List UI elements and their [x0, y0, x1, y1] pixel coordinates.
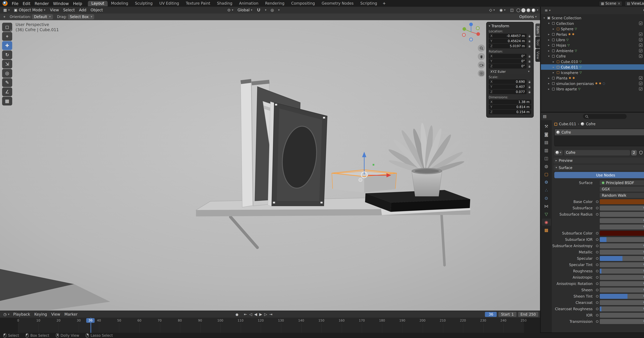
value-slider[interactable]: 0.407 [600, 256, 644, 261]
decorator-dot[interactable] [595, 301, 600, 304]
tool-add-cube[interactable]: ▦ [2, 97, 12, 105]
lock-icon[interactable] [528, 44, 531, 48]
timeline-ruler[interactable]: 36 0102030405060708090100110120130140150… [0, 318, 540, 333]
lock-icon[interactable] [528, 39, 531, 43]
expander-icon[interactable]: ▸ [547, 32, 550, 36]
npanel-value-field[interactable]: X0.690 [489, 79, 526, 84]
shading-dropdown[interactable]: ▾ [537, 9, 538, 11]
expander-icon[interactable]: ▸ [547, 87, 550, 91]
frame-start-field[interactable]: Start 1 [498, 312, 516, 317]
value-slider[interactable]: 0.000 [600, 275, 644, 280]
value-slider[interactable]: 0.000 [600, 262, 644, 267]
expander-icon[interactable]: ▸ [552, 65, 555, 69]
outliner-row[interactable]: ▾▣Scene Collection [541, 15, 644, 20]
workspace-tab-scripting[interactable]: Scripting [357, 1, 380, 6]
current-frame-field[interactable]: 36 [485, 312, 497, 317]
outliner-row[interactable]: ▸▢Sphere▽ [541, 26, 644, 31]
npanel-value-field[interactable]: Y0.814 m [489, 105, 531, 109]
decorator-dot[interactable] [595, 251, 600, 253]
check-toggle-icon[interactable] [639, 76, 642, 80]
workspace-tab-sculpting[interactable]: Sculpting [132, 1, 156, 6]
lock-icon[interactable] [528, 54, 531, 58]
decorator-dot[interactable] [595, 200, 600, 203]
decorator-dot[interactable] [595, 207, 600, 209]
decorator-dot[interactable] [595, 257, 600, 260]
value-field[interactable]: 0.100 [600, 224, 644, 229]
shading-material-button[interactable] [527, 8, 530, 12]
tool-rotate[interactable]: ↻ [2, 50, 12, 59]
properties-tab-modifiers[interactable]: ⚙ [542, 179, 551, 186]
decorator-dot[interactable] [595, 295, 600, 298]
lock-icon[interactable] [528, 90, 531, 93]
value-slider[interactable]: 0.000 [600, 319, 644, 324]
properties-tab-particles[interactable]: ∴ [542, 187, 551, 194]
scene-canvas[interactable] [0, 20, 540, 311]
outliner-row[interactable]: ▸▢Libro▽ [541, 37, 644, 42]
properties-tab-scene[interactable]: ◫ [542, 155, 551, 162]
value-slider[interactable]: 0.000 [600, 250, 644, 255]
menu-select[interactable]: Select [61, 8, 77, 12]
show-gizmos-button[interactable]: ◇▾ [488, 8, 496, 12]
options-dropdown[interactable]: Options ▾ [518, 15, 538, 19]
tool-scale[interactable]: ⇲ [2, 60, 12, 69]
expander-icon[interactable]: ▾ [547, 22, 550, 25]
subsurface-method-dropdown[interactable]: Random Walk ▾ [600, 193, 644, 198]
scene-selector[interactable]: ▦ Scene × [599, 1, 622, 6]
viewport-3d[interactable]: ◻⌖✚↻⇲◎✎∠▦ User Perspective (36) Cofre | … [0, 20, 540, 311]
workspace-tab-animation[interactable]: Animation [236, 1, 262, 6]
lock-icon[interactable] [528, 59, 531, 63]
outliner-row[interactable]: ▾▢Cofre [541, 53, 644, 59]
npanel-value-field[interactable]: X0° [489, 54, 526, 58]
check-toggle-icon[interactable] [639, 54, 642, 58]
material-browse-button[interactable]: ▾ [554, 150, 562, 155]
check-toggle-icon[interactable] [639, 21, 642, 25]
editor-type-button[interactable]: ▦ ▾ [2, 8, 11, 12]
zoom-button[interactable] [478, 44, 485, 52]
rotation-mode-dropdown[interactable]: XYZ Euler▾ [489, 69, 531, 74]
properties-tab-output[interactable]: ▤ [542, 139, 551, 146]
orientation-dropdown[interactable]: Default ▾ [32, 14, 53, 19]
menu-file[interactable]: File [10, 1, 20, 6]
outliner-row[interactable]: ▸▢simulacion persianas✱✱◌ [541, 81, 644, 86]
tool-measure[interactable]: ∠ [2, 87, 12, 96]
expander-icon[interactable]: ▸ [552, 60, 555, 63]
navigation-gizmo[interactable] [459, 21, 483, 43]
tool-transform[interactable]: ◎ [2, 69, 12, 78]
npanel-value-field[interactable]: Y0° [489, 59, 526, 63]
scene-unlink-button[interactable]: × [618, 1, 620, 5]
decorator-dot[interactable] [595, 282, 600, 285]
value-slider[interactable]: 0.000 [600, 287, 644, 292]
npanel-value-field[interactable]: Z5.0197 m [489, 44, 526, 48]
outliner-row[interactable]: ▸▢Perlas✱✱ [541, 31, 644, 37]
menu-marker[interactable]: Marker [62, 312, 80, 317]
menu-keying[interactable]: Keying [32, 312, 49, 317]
expander-icon[interactable]: ▸ [552, 71, 555, 74]
decorator-dot[interactable] [595, 270, 600, 272]
value-slider[interactable]: 0.000 [600, 300, 644, 305]
properties-tab-tool[interactable]: ⚒ [542, 123, 551, 130]
lock-icon[interactable] [528, 64, 531, 68]
menu-view[interactable]: View [49, 312, 62, 317]
breadcrumb-material[interactable]: Cofre [586, 122, 596, 126]
overlays-button[interactable]: ◉▾ [498, 8, 507, 12]
expander-icon[interactable]: ▸ [547, 76, 550, 80]
properties-editor-icon[interactable]: ▤ [543, 114, 547, 119]
workspace-tab-geometry-nodes[interactable]: Geometry Nodes [318, 1, 357, 6]
properties-tab-view-layer[interactable]: ▥ [542, 147, 551, 154]
value-slider[interactable]: 0.000 [600, 205, 644, 210]
viewlayer-selector[interactable]: ▤ ViewLayer × [625, 1, 644, 6]
jump-to-end-button[interactable]: ⇥ [269, 312, 272, 317]
workspace-tab-modeling[interactable]: Modeling [108, 1, 132, 6]
snap-toggle[interactable] [255, 8, 262, 12]
fake-user-button[interactable] [638, 150, 643, 155]
lock-icon[interactable] [528, 80, 531, 83]
npanel-value-field[interactable]: Y0.407 [489, 84, 526, 89]
outliner-row[interactable]: ▸▢Ambiente▽ [541, 48, 644, 53]
menu-render[interactable]: Render [32, 1, 51, 6]
outliner-row[interactable]: ▸▢libro aparte▽ [541, 86, 644, 91]
drag-dropdown[interactable]: Select Box ▾ [68, 14, 94, 19]
surface-section-header[interactable]: ▾ Surface [554, 165, 644, 171]
sidebar-tab-item[interactable]: Item [536, 23, 540, 36]
expander-icon[interactable]: ▾ [542, 16, 546, 19]
menu-object[interactable]: Object [88, 8, 105, 12]
